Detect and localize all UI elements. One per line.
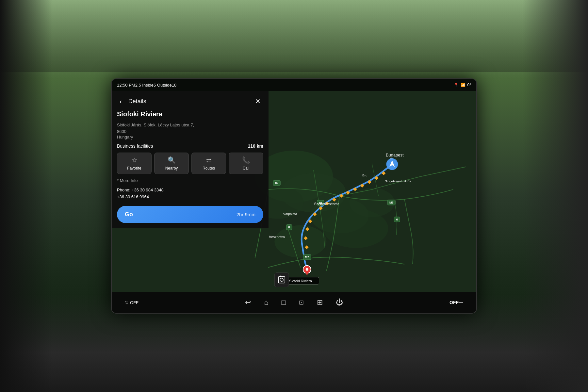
dash-top xyxy=(0,0,588,72)
business-label: Business facilities xyxy=(117,143,153,149)
favorite-icon: ☆ xyxy=(131,156,137,164)
svg-text:Szigetszentmiklós: Szigetszentmiklós xyxy=(385,179,411,183)
location-status-icon: 📍 xyxy=(454,83,459,87)
close-button[interactable]: ✕ xyxy=(253,96,263,106)
wifi-status-icon: 📶 xyxy=(461,83,466,87)
svg-text:Várpalota: Várpalota xyxy=(283,212,297,216)
navigation-bar: ≈ OFF ↩ ⌂ □ ⊡ ⊞ ⏻ OFF— xyxy=(112,292,476,313)
status-bar: 12:50 PM2.5 Inside5 Outside18 📍 📶 0° xyxy=(112,79,476,91)
place-address: Siófoki Járás, Siófok, Lóczy Lajos utca … xyxy=(117,122,263,139)
svg-text:8: 8 xyxy=(288,225,290,229)
infotainment-screen: 82 81 8 M7 M6 6 Budapest Székesfehérvár … xyxy=(111,78,477,314)
panel-title: Details xyxy=(128,98,249,105)
panel-header: ‹ Details ✕ xyxy=(117,96,263,106)
svg-rect-50 xyxy=(274,273,289,287)
action-buttons: ☆ Favorite 🔍 Nearby ⇌ Routes 📞 Call xyxy=(117,153,263,174)
split-nav-icon[interactable]: ⊞ xyxy=(317,298,323,307)
svg-text:M7: M7 xyxy=(305,255,309,259)
call-icon: 📞 xyxy=(242,156,250,164)
favorite-button[interactable]: ☆ Favorite xyxy=(117,153,152,174)
status-time-temp: 12:50 PM2.5 Inside5 Outside18 xyxy=(117,83,176,88)
svg-point-46 xyxy=(306,268,308,271)
routes-button[interactable]: ⇌ Routes xyxy=(191,153,226,174)
home-nav-icon[interactable]: ⌂ xyxy=(264,298,268,307)
routes-label: Routes xyxy=(203,166,215,171)
back-nav-icon[interactable]: ↩ xyxy=(245,298,251,307)
svg-text:M6: M6 xyxy=(389,201,393,204)
business-row: Business facilities 110 km xyxy=(117,143,263,149)
call-button[interactable]: 📞 Call xyxy=(229,153,263,174)
svg-text:82: 82 xyxy=(275,181,278,185)
back-button[interactable]: ‹ xyxy=(117,96,124,106)
svg-text:Érd: Érd xyxy=(362,173,367,177)
svg-point-7 xyxy=(274,225,326,258)
nav-center-icons: ↩ ⌂ □ ⊡ ⊞ ⏻ xyxy=(245,298,343,307)
share-nav-icon[interactable]: ⊡ xyxy=(299,299,304,306)
place-name: Siofoki Riviera xyxy=(117,110,263,118)
status-icons: 📍 📶 0° xyxy=(454,83,471,87)
nav-left-brand: ≈ OFF xyxy=(125,299,139,306)
phone-info: Phone: +36 30 984 3348 +36 30 616 9964 xyxy=(117,187,263,201)
svg-text:Székesfehérvár: Székesfehérvár xyxy=(314,202,339,206)
go-label: Go xyxy=(125,211,133,218)
call-label: Call xyxy=(243,166,250,171)
phone-label: Phone: xyxy=(117,188,130,192)
svg-text:Budapest: Budapest xyxy=(386,153,404,157)
svg-text:6: 6 xyxy=(396,218,398,221)
nav-right-label: OFF— xyxy=(449,300,463,305)
battery-status: 0° xyxy=(467,83,471,87)
dashboard-background: 82 81 8 M7 M6 6 Budapest Székesfehérvár … xyxy=(0,0,588,392)
svg-rect-53 xyxy=(280,276,281,277)
svg-text:Siofoki Riviera: Siofoki Riviera xyxy=(289,279,312,283)
go-button[interactable]: Go 2hr 9min xyxy=(117,206,263,223)
svg-text:Veszprém: Veszprém xyxy=(269,235,285,239)
dash-left xyxy=(0,0,52,392)
nearby-button[interactable]: 🔍 Nearby xyxy=(154,153,189,174)
nav-left-label: OFF xyxy=(130,300,139,305)
go-time: 2hr 9min xyxy=(237,212,255,217)
nearby-label: Nearby xyxy=(165,166,178,171)
more-info-label: * More Info xyxy=(117,178,263,183)
routes-icon: ⇌ xyxy=(206,156,212,164)
favorite-label: Favorite xyxy=(127,166,141,171)
details-panel: ‹ Details ✕ Siofoki Riviera Siófoki Járá… xyxy=(112,91,269,228)
nearby-icon: 🔍 xyxy=(168,156,176,164)
recent-nav-icon[interactable]: □ xyxy=(281,298,286,307)
power-nav-icon[interactable]: ⏻ xyxy=(336,298,343,307)
dash-right xyxy=(523,0,588,392)
brand-icon: ≈ xyxy=(125,299,128,306)
distance-label: 110 km xyxy=(248,143,263,149)
phone-number2: +36 30 616 9964 xyxy=(117,194,149,199)
